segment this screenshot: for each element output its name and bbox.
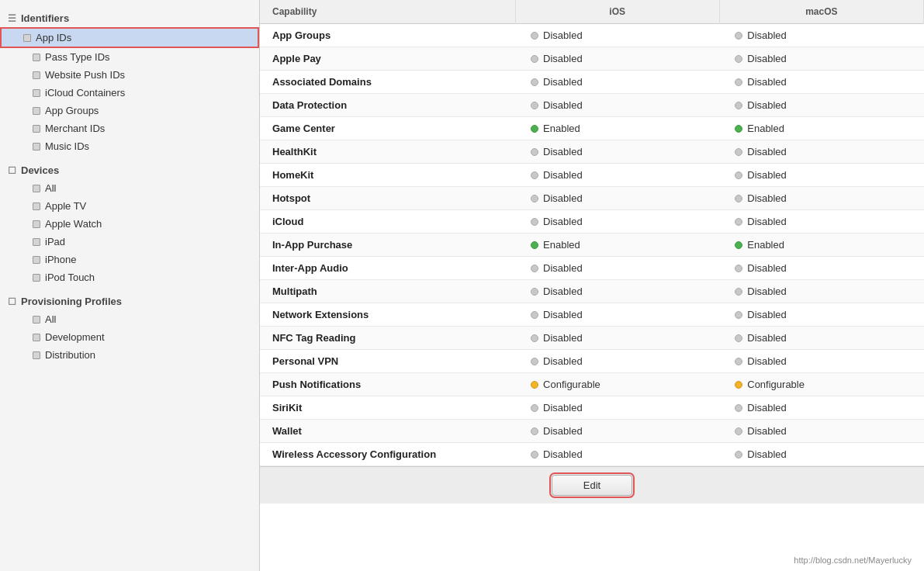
capability-name-cell: Apple Pay — [260, 47, 515, 71]
icloud-containers-icon — [33, 89, 40, 97]
sidebar-section-provisioning-profiles[interactable]: ☐ Provisioning Profiles — [0, 291, 259, 310]
ipod-touch-icon — [33, 274, 40, 282]
table-row: HomeKitDisabledDisabled — [260, 164, 924, 187]
sidebar: ☰ Identifiers App IDs Pass Type IDs Webs… — [0, 0, 260, 571]
all-profiles-icon — [33, 316, 40, 324]
status-dot — [531, 358, 538, 365]
all-devices-label: All — [45, 182, 250, 194]
ios-status-cell: Disabled — [515, 24, 719, 47]
sidebar-item-pass-type-ids[interactable]: Pass Type IDs — [0, 48, 259, 66]
sidebar-item-apple-watch[interactable]: Apple Watch — [0, 215, 259, 233]
sidebar-item-all-profiles[interactable]: All — [0, 310, 259, 328]
capability-name-cell: Wireless Accessory Configuration — [260, 443, 515, 466]
all-devices-icon — [33, 185, 40, 192]
capability-name-cell: HealthKit — [260, 140, 515, 164]
ipad-label: iPad — [45, 236, 250, 247]
status-dot — [531, 265, 538, 272]
table-row: Wireless Accessory ConfigurationDisabled… — [260, 443, 924, 466]
status-dot — [735, 55, 742, 63]
ios-status-cell: Disabled — [515, 94, 719, 117]
sidebar-item-distribution[interactable]: Distribution — [0, 346, 259, 364]
ios-status-text: Disabled — [543, 29, 583, 41]
macos-status-cell: Disabled — [719, 47, 923, 71]
table-row: Data ProtectionDisabledDisabled — [260, 94, 924, 117]
macos-status-cell: Disabled — [719, 210, 923, 234]
status-dot — [531, 311, 538, 319]
macos-status-cell: Enabled — [719, 234, 923, 257]
edit-button[interactable]: Edit — [552, 475, 632, 496]
macos-status-text: Disabled — [747, 76, 787, 88]
sidebar-item-website-push-ids[interactable]: Website Push IDs — [0, 66, 259, 84]
website-push-icon — [33, 71, 40, 79]
macos-status-text: Disabled — [747, 99, 787, 111]
sidebar-item-apple-tv[interactable]: Apple TV — [0, 197, 259, 215]
devices-icon: ☐ — [8, 165, 16, 176]
status-dot — [735, 265, 742, 272]
app-ids-icon — [23, 34, 31, 42]
provisioning-label: Provisioning Profiles — [21, 296, 122, 307]
status-dot — [735, 32, 742, 40]
status-dot — [531, 404, 538, 412]
ios-status-cell: Disabled — [515, 396, 719, 420]
ios-status-cell: Enabled — [515, 234, 719, 257]
table-row: Push NotificationsConfigurableConfigurab… — [260, 373, 924, 396]
ios-status-text: Disabled — [543, 192, 583, 204]
table-row: MultipathDisabledDisabled — [260, 280, 924, 303]
ios-status-cell: Disabled — [515, 280, 719, 303]
distribution-label: Distribution — [45, 349, 250, 361]
status-dot — [735, 241, 742, 249]
status-dot — [735, 358, 742, 365]
main-container: ☰ Identifiers App IDs Pass Type IDs Webs… — [0, 0, 924, 571]
sidebar-item-app-ids[interactable]: App IDs — [0, 27, 259, 48]
sidebar-item-development[interactable]: Development — [0, 328, 259, 346]
table-row: WalletDisabledDisabled — [260, 420, 924, 443]
status-dot — [531, 102, 538, 109]
table-row: iCloudDisabledDisabled — [260, 210, 924, 234]
capability-name-cell: Personal VPN — [260, 350, 515, 373]
app-groups-icon — [33, 107, 40, 115]
status-dot — [531, 427, 538, 435]
sidebar-item-ipod-touch[interactable]: iPod Touch — [0, 268, 259, 286]
capability-name-cell: Inter-App Audio — [260, 257, 515, 280]
apple-watch-icon — [33, 220, 40, 228]
status-dot — [735, 148, 742, 156]
sidebar-section-devices[interactable]: ☐ Devices — [0, 160, 259, 179]
sidebar-item-merchant-ids[interactable]: Merchant IDs — [0, 119, 259, 137]
ios-status-text: Enabled — [543, 123, 580, 134]
sidebar-section-identifiers[interactable]: ☰ Identifiers — [0, 8, 259, 27]
status-dot — [735, 451, 742, 459]
ios-status-cell: Disabled — [515, 350, 719, 373]
status-dot — [531, 148, 538, 156]
ios-status-cell: Configurable — [515, 373, 719, 396]
iphone-icon — [33, 256, 40, 264]
macos-status-text: Disabled — [747, 355, 787, 367]
ios-status-text: Enabled — [543, 239, 580, 251]
status-dot — [735, 195, 742, 202]
macos-status-cell: Disabled — [719, 420, 923, 443]
sidebar-item-all-devices[interactable]: All — [0, 179, 259, 197]
app-ids-label: App IDs — [36, 32, 248, 43]
capability-name-cell: Data Protection — [260, 94, 515, 117]
sidebar-item-music-ids[interactable]: Music IDs — [0, 137, 259, 155]
url-bar: http://blog.csdn.net/Mayerlucky — [794, 555, 912, 565]
capability-name-cell: iCloud — [260, 210, 515, 234]
status-dot — [735, 78, 742, 86]
ios-status-cell: Disabled — [515, 187, 719, 210]
table-row: Inter-App AudioDisabledDisabled — [260, 257, 924, 280]
sidebar-item-app-groups[interactable]: App Groups — [0, 102, 259, 119]
ipad-icon — [33, 238, 40, 246]
sidebar-item-icloud-containers[interactable]: iCloud Containers — [0, 84, 259, 102]
macos-status-cell: Enabled — [719, 117, 923, 140]
status-dot — [735, 218, 742, 226]
sidebar-item-iphone[interactable]: iPhone — [0, 251, 259, 268]
macos-status-text: Disabled — [747, 448, 787, 460]
table-row: In-App PurchaseEnabledEnabled — [260, 234, 924, 257]
status-dot — [531, 381, 538, 389]
capability-name-cell: NFC Tag Reading — [260, 327, 515, 350]
status-dot — [531, 78, 538, 86]
capability-name-cell: Associated Domains — [260, 71, 515, 94]
sidebar-item-ipad[interactable]: iPad — [0, 233, 259, 251]
ios-status-text: Disabled — [543, 169, 583, 181]
status-dot — [531, 55, 538, 63]
table-row: Network ExtensionsDisabledDisabled — [260, 303, 924, 327]
